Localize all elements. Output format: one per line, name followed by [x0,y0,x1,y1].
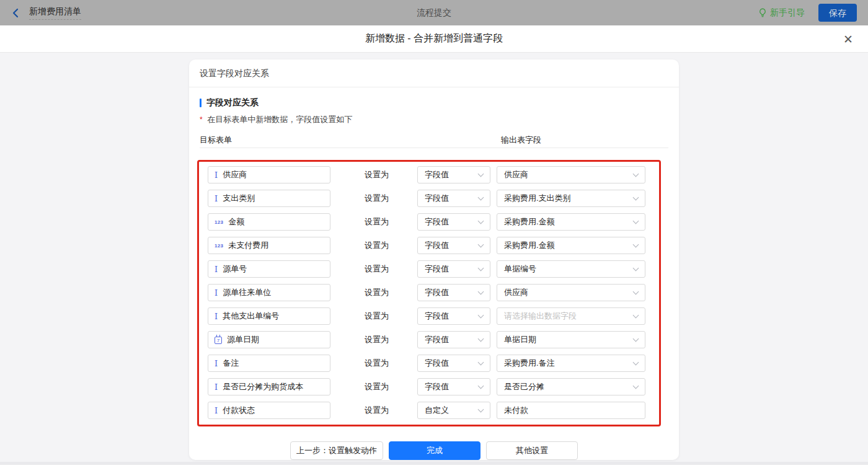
value-mode-text: 字段值 [425,193,449,204]
set-as-label: 设置为 [365,287,391,298]
mapping-row: I 备注 设置为 字段值 采购费用.备注 [208,355,650,372]
value-mode-select[interactable]: 字段值 [417,213,490,231]
number-field-icon: 123 [215,243,223,249]
required-note: * 在目标表单中新增数据，字段值设置如下 [200,114,668,125]
value-mode-select[interactable]: 字段值 [417,190,490,207]
value-mode-text: 字段值 [425,169,449,180]
output-field-select[interactable]: 供应商 [497,284,645,301]
section-title: 字段对应关系 [200,97,668,108]
modal-title: 新增数据 - 合并新增到普通字段 [365,32,503,45]
set-as-label: 设置为 [365,216,391,227]
chevron-down-icon [633,194,639,200]
value-mode-select[interactable]: 字段值 [417,355,490,372]
text-field-icon: I [215,360,218,368]
mapping-rows-highlight-box: I 供应商 设置为 字段值 供应商 I 支出类别 设置为 字段值 采购费用.支出… [197,160,661,426]
guide-label: 新手引导 [770,7,805,19]
target-field-label: 源单日期 [227,334,259,345]
chevron-down-icon [633,265,639,271]
target-field-label: 未支付费用 [228,240,268,251]
date-field-icon: 7 [215,337,222,344]
chevron-down-icon [478,170,484,177]
section-title-text: 字段对应关系 [206,97,259,108]
chevron-down-icon [633,170,639,177]
text-field-icon: I [215,383,218,391]
value-mode-text: 自定义 [425,405,449,416]
value-mode-text: 字段值 [425,358,449,369]
mapping-row: 123 金额 设置为 字段值 采购费用.金额 [208,213,650,231]
chevron-down-icon [633,312,639,318]
output-field-select[interactable]: 采购费用.支出类别 [497,190,645,207]
output-field-text: 是否已分摊 [504,381,544,392]
value-mode-select[interactable]: 字段值 [417,237,490,254]
text-field-icon: I [215,171,218,179]
output-field-select[interactable]: 单据编号 [497,260,645,278]
close-icon[interactable]: ✕ [843,33,853,45]
value-mode-text: 字段值 [425,216,449,227]
output-field-select[interactable]: 供应商 [497,166,645,183]
output-field-select[interactable]: 采购费用.金额 [497,213,645,231]
dimmed-bottom-strip [0,462,868,465]
output-field-select[interactable]: 请选择输出数据字段 [497,307,645,325]
mapping-row: I 供应商 设置为 字段值 供应商 [208,166,650,183]
chevron-down-icon [478,359,484,365]
chevron-down-icon [633,382,639,389]
custom-value-input[interactable]: 未付款 [497,402,645,419]
output-field-select[interactable]: 采购费用.备注 [497,355,645,372]
value-mode-select[interactable]: 字段值 [417,166,490,183]
value-mode-select[interactable]: 字段值 [417,307,490,325]
target-field-box: 123 未支付费用 [208,237,330,254]
chevron-down-icon [478,265,484,271]
workflow-title[interactable]: 新增费用清单 [29,6,81,20]
text-field-icon: I [215,312,218,320]
value-mode-select[interactable]: 自定义 [417,402,490,419]
value-mode-select[interactable]: 字段值 [417,260,490,278]
target-field-label: 金额 [228,216,244,227]
back-button[interactable] [11,8,20,18]
output-field-select[interactable]: 是否已分摊 [497,378,645,395]
target-field-box: 123 金额 [208,213,330,231]
chevron-down-icon [633,359,639,365]
text-field-icon: I [215,195,218,203]
value-mode-select[interactable]: 字段值 [417,331,490,348]
target-field-box: I 支出类别 [208,190,330,207]
value-mode-select[interactable]: 字段值 [417,284,490,301]
set-as-label: 设置为 [365,358,391,369]
section-accent-bar [200,99,202,107]
chevron-down-icon [478,312,484,318]
target-field-box: I 源单往来单位 [208,284,330,301]
target-field-box: I 备注 [208,355,330,372]
mapping-row: I 源单往来单位 设置为 字段值 供应商 [208,284,650,301]
target-field-label: 供应商 [223,169,247,180]
output-field-text: 采购费用.支出类别 [504,193,571,204]
back-chevron-icon [11,8,20,18]
output-field-text: 采购费用.金额 [504,240,555,251]
output-field-select[interactable]: 单据日期 [497,331,645,348]
text-field-icon: I [215,265,218,273]
mapping-row: I 付款状态 设置为 自定义 未付款 [208,402,650,419]
value-mode-text: 字段值 [425,263,449,275]
target-field-box: I 其他支出单编号 [208,307,330,325]
other-settings-button[interactable]: 其他设置 [486,441,578,460]
output-field-text: 单据日期 [504,334,536,345]
value-mode-text: 字段值 [425,334,449,345]
add-data-modal: 新增数据 - 合并新增到普通字段 ✕ 设置字段对应关系 字段对应关系 * 在目标… [0,25,868,465]
target-field-label: 源单号 [223,263,247,275]
save-button[interactable]: 保存 [818,4,857,22]
column-headers: 目标表单 输出表字段 [200,135,668,148]
modal-header: 新增数据 - 合并新增到普通字段 ✕ [0,25,868,53]
field-mapping-card: 设置字段对应关系 字段对应关系 * 在目标表单中新增数据，字段值设置如下 目标表… [189,60,679,460]
value-mode-select[interactable]: 字段值 [417,378,490,395]
chevron-down-icon [633,241,639,247]
previous-step-button[interactable]: 上一步：设置触发动作 [290,441,383,460]
chevron-down-icon [478,288,484,294]
target-field-label: 备注 [223,358,239,369]
chevron-down-icon [478,406,484,412]
output-field-select[interactable]: 采购费用.金额 [497,237,645,254]
column-divider [200,148,668,148]
target-field-label: 支出类别 [223,193,255,204]
target-field-box: I 供应商 [208,166,330,183]
mapping-row: I 源单号 设置为 字段值 单据编号 [208,260,650,278]
finish-button[interactable]: 完成 [389,441,480,460]
target-field-label: 是否已分摊为购货成本 [223,381,303,392]
beginner-guide-button[interactable]: 新手引导 [758,7,805,19]
